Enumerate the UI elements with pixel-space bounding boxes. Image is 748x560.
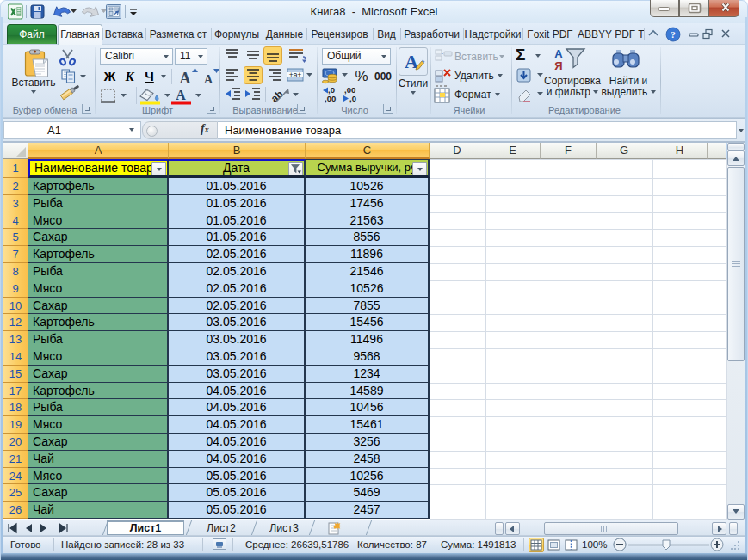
svg-text:Я: Я [554,59,562,72]
svg-text:000: 000 [374,71,392,83]
svg-text:А: А [180,70,191,87]
svg-text:А: А [554,47,563,60]
svg-text:ab: ab [269,88,286,105]
svg-text:?: ? [671,29,676,40]
svg-text:А: А [176,88,186,102]
svg-text:%: % [355,68,368,84]
svg-text:,0: ,0 [349,94,356,103]
svg-text:,00: ,00 [325,94,336,103]
svg-text:А: А [204,73,213,86]
svg-text:+a+: +a+ [289,71,302,79]
